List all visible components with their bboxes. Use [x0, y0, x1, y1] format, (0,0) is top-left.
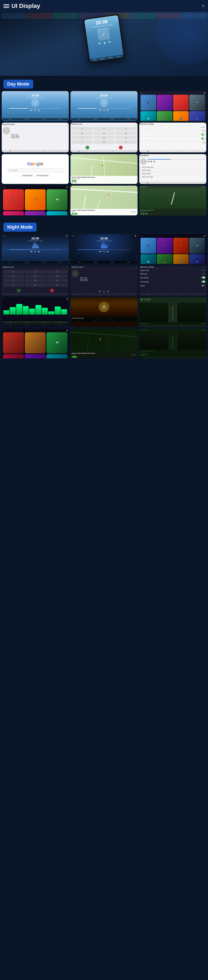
night-media-next[interactable]: ⏭ [146, 353, 148, 356]
night-num-5[interactable]: 5 [25, 274, 46, 278]
night-app-6[interactable]: 🚗 [157, 254, 173, 264]
song-4[interactable]: ♪ 华乐_24_开.mp3 [139, 175, 206, 178]
night-num-star[interactable]: * [3, 283, 24, 287]
media-next[interactable]: ⏭ [146, 213, 148, 215]
app-icon-3[interactable]: 📍 [173, 95, 189, 110]
song-3[interactable]: ♪ 华乐_03.mp3 [139, 172, 206, 175]
search-input[interactable] [12, 169, 61, 171]
num-3[interactable]: 3 [115, 127, 137, 131]
radio-app[interactable]: 📻 [25, 211, 46, 215]
go-button[interactable]: GO [71, 180, 76, 182]
num-5[interactable]: 5 [93, 131, 115, 135]
night-app-4[interactable]: ⚙ [189, 238, 205, 253]
social-close[interactable]: ✕ [204, 155, 205, 156]
pause-btn-2[interactable]: ⏸ [103, 109, 105, 111]
night2-podcast[interactable]: 🎙 [3, 354, 24, 358]
night-num-7[interactable]: 7 [3, 279, 24, 283]
song-2[interactable]: ♪ 华乐_02.mp3 [139, 169, 206, 172]
nav-icon[interactable]: ≡ [202, 3, 205, 9]
next-btn-2[interactable]: ⏭ [107, 109, 109, 111]
night-auto-connect-toggle[interactable] [202, 280, 205, 283]
night2-radio[interactable]: 📻 [25, 354, 46, 358]
num-star[interactable]: * [71, 140, 93, 144]
night-app-3[interactable]: 📍 [173, 238, 189, 253]
app-icon-4[interactable]: ⚙ [189, 95, 205, 110]
google-search-btn[interactable]: Google Search [21, 174, 34, 177]
eq-preset-2[interactable]: ROCK [19, 321, 35, 323]
eq-preset-3[interactable]: POP [35, 321, 52, 323]
bt-play[interactable]: ⏸ [34, 147, 36, 150]
prev-btn-1[interactable]: ⏮ [30, 109, 33, 111]
night-num-1[interactable]: 1 [3, 270, 24, 274]
next-btn-1[interactable]: ⏭ [38, 109, 40, 111]
night-bt-settings-close[interactable]: ✕ [204, 266, 205, 268]
num-hash[interactable]: # [115, 140, 137, 144]
night-bt-prev[interactable]: ⏮ [99, 290, 101, 293]
night-media-play[interactable]: ▶ [143, 353, 145, 356]
night-go-btn[interactable]: GO [71, 356, 77, 358]
num-6[interactable]: 6 [115, 131, 137, 135]
media-play[interactable]: ▶ [143, 213, 145, 215]
menu-button[interactable] [3, 4, 9, 8]
app-icon-6[interactable]: 🚗 [157, 111, 173, 121]
app-icon-2[interactable]: 🎵 [157, 95, 173, 110]
night-pause-2[interactable]: ⏸ [103, 250, 105, 253]
prev-btn-2[interactable]: ⏮ [99, 109, 101, 111]
social-prev[interactable]: ⏮ [148, 160, 150, 162]
song-1[interactable]: ♪ 华乐_01.flac.mp3 [139, 166, 206, 169]
night2-spotify[interactable]: 🎧 [46, 354, 68, 358]
auto-connect-toggle[interactable] [202, 137, 205, 140]
num-9[interactable]: 9 [115, 136, 137, 140]
music-app[interactable]: 🎵 [25, 189, 46, 210]
app-icon-7[interactable]: 🔵 [173, 111, 189, 121]
night-auto-answer-toggle[interactable] [202, 277, 205, 278]
night-flower-toggle[interactable] [202, 285, 205, 287]
waze-app[interactable]: 🗺 [46, 189, 68, 210]
eq-preset-4[interactable]: FLAT [52, 321, 68, 323]
pause-btn-1[interactable]: ⏸ [34, 109, 36, 111]
num-2[interactable]: 2 [93, 127, 115, 131]
night-app-7[interactable]: 🔵 [173, 254, 189, 264]
night-num-4[interactable]: 4 [3, 274, 24, 278]
night-bt-call-close[interactable]: ✕ [66, 266, 68, 268]
num-1[interactable]: 1 [71, 127, 93, 131]
bt-next[interactable]: ⏭ [38, 147, 41, 150]
num-8[interactable]: 8 [93, 136, 115, 140]
media-prev[interactable]: ⏮ [140, 213, 142, 215]
eq-preset-1[interactable]: BASS [3, 321, 19, 323]
night-num-2[interactable]: 2 [25, 270, 46, 274]
spotify-app[interactable]: 🎧 [46, 211, 68, 215]
num-0[interactable]: 0 [93, 140, 115, 144]
phone-app[interactable]: 📞 [3, 189, 24, 210]
num-7[interactable]: 7 [71, 136, 93, 140]
night-next-2[interactable]: ⏭ [107, 250, 109, 253]
auto-answer-toggle[interactable] [202, 134, 205, 135]
night-pause-1[interactable]: ⏸ [34, 250, 36, 253]
night-bt-next[interactable]: ⏭ [107, 290, 109, 293]
lucky-btn[interactable]: I'm Feeling Lucky [35, 174, 49, 177]
app-icon-8[interactable]: 🎙 [189, 111, 205, 121]
nav-go-btn[interactable]: GO [71, 213, 77, 215]
night-media-prev[interactable]: ⏮ [140, 353, 142, 356]
podcast-app[interactable]: 🎙 [3, 211, 24, 215]
night-app-2[interactable]: 🎵 [157, 238, 173, 253]
night-call-btn[interactable]: 📞 [17, 289, 20, 293]
night-num-9[interactable]: 9 [46, 279, 68, 283]
night-end-btn[interactable]: 📵 [50, 289, 54, 293]
bt-settings-close[interactable]: ✕ [204, 123, 205, 125]
night-num-0[interactable]: 0 [25, 283, 46, 287]
night2-phone[interactable]: 📞 [3, 332, 24, 353]
bt-call-close[interactable]: ✕ [135, 123, 137, 125]
num-4[interactable]: 4 [71, 131, 93, 135]
night2-nav[interactable]: 🗺 [46, 332, 68, 353]
app-icon-1[interactable]: 📱 [140, 95, 156, 110]
night-prev-2[interactable]: ⏮ [99, 250, 101, 253]
app-icon-5[interactable]: 📡 [140, 111, 156, 121]
bt-prev[interactable]: ⏮ [30, 147, 32, 150]
call-btn[interactable]: 📞 [85, 146, 89, 150]
night-app-5[interactable]: 📡 [140, 254, 156, 264]
night-app-1[interactable]: 📱 [140, 238, 156, 253]
social-play[interactable]: ▶ [151, 160, 152, 162]
night-num-6[interactable]: 6 [46, 274, 68, 278]
night-num-3[interactable]: 3 [46, 270, 68, 274]
